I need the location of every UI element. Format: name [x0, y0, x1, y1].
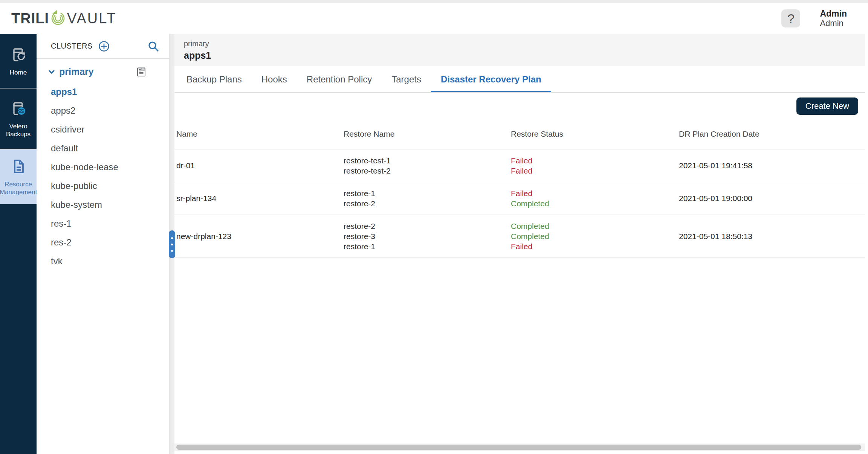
- restore-statuses: FailedCompleted: [511, 188, 679, 209]
- breadcrumb-cluster: primary: [184, 40, 865, 48]
- dr-plan-name: dr-01: [176, 161, 344, 170]
- namespace-item-res-2[interactable]: res-2: [37, 233, 169, 252]
- restore-status: Failed: [511, 188, 679, 198]
- table-row[interactable]: new-drplan-123restore-2restore-3restore-…: [174, 215, 865, 258]
- horizontal-scrollbar-track: [174, 443, 865, 451]
- question-mark-icon: ?: [787, 11, 795, 26]
- breadcrumb: primary apps1: [174, 34, 865, 66]
- left-nav-rail: Home Velero Backups Resourc: [0, 34, 37, 454]
- namespace-item-apps1[interactable]: apps1: [37, 82, 169, 101]
- namespace-list: apps1apps2csidriverdefaultkube-node-leas…: [37, 80, 169, 271]
- main-content: primary apps1 Backup PlansHooksRetention…: [174, 34, 865, 454]
- namespace-item-kube-system[interactable]: kube-system: [37, 195, 169, 214]
- sidebar-item-label: Velero Backups: [0, 122, 37, 138]
- restore-status: Failed: [511, 166, 679, 176]
- user-name: Admin: [820, 9, 847, 18]
- toolbar: Create New: [174, 93, 865, 119]
- creation-date: 2021-05-01 19:41:58: [679, 161, 865, 170]
- logo-circular-arrow-icon: [49, 9, 67, 28]
- tab-bar: Backup PlansHooksRetention PolicyTargets…: [174, 66, 865, 93]
- cluster-details-icon[interactable]: [136, 67, 147, 77]
- clusters-panel-header: CLUSTERS: [37, 34, 169, 59]
- restore-names: restore-1restore-2: [344, 188, 511, 209]
- sidebar-item-velero-backups[interactable]: Velero Backups: [0, 88, 37, 149]
- restore-status: Completed: [511, 198, 679, 209]
- logo-text-trilio: TRILI: [11, 11, 49, 27]
- tab-disaster-recovery-plan[interactable]: Disaster Recovery Plan: [431, 66, 551, 92]
- top-bar: TRILI VAULT ? Admin Admin: [0, 3, 868, 34]
- help-button[interactable]: ?: [781, 9, 800, 27]
- namespace-item-kube-public[interactable]: kube-public: [37, 177, 169, 195]
- restore-name: restore-3: [344, 231, 511, 241]
- restore-statuses: CompletedCompletedFailed: [511, 221, 679, 251]
- panel-resize-handle[interactable]: [169, 230, 175, 258]
- namespace-item-tvk[interactable]: tvk: [37, 252, 169, 271]
- creation-date: 2021-05-01 18:50:13: [679, 232, 865, 241]
- dr-plan-name: sr-plan-134: [176, 194, 344, 203]
- column-header: Restore Status: [511, 129, 679, 139]
- namespace-item-res-1[interactable]: res-1: [37, 214, 169, 233]
- restore-name: restore-1: [344, 188, 511, 198]
- tab-hooks[interactable]: Hooks: [252, 66, 297, 92]
- table-row[interactable]: dr-01restore-test-1restore-test-2FailedF…: [174, 149, 865, 182]
- restore-status: Failed: [511, 155, 679, 166]
- creation-date: 2021-05-01 19:00:00: [679, 194, 865, 203]
- clusters-title: CLUSTERS: [51, 42, 93, 50]
- restore-status: Completed: [511, 221, 679, 231]
- dr-plan-name: new-drplan-123: [176, 232, 344, 241]
- restore-name: restore-2: [344, 221, 511, 231]
- table-row[interactable]: sr-plan-134restore-1restore-2FailedCompl…: [174, 182, 865, 215]
- add-cluster-icon[interactable]: [98, 40, 110, 52]
- horizontal-scrollbar-thumb[interactable]: [176, 445, 861, 450]
- restore-status: Completed: [511, 231, 679, 241]
- namespace-item-apps2[interactable]: apps2: [37, 101, 169, 120]
- table-header: NameRestore NameRestore StatusDR Plan Cr…: [174, 119, 865, 149]
- chevron-down-icon[interactable]: [47, 67, 56, 76]
- clusters-panel: CLUSTERS primary apps1apps2csidriverdefa…: [37, 34, 170, 454]
- sidebar-item-resource-management[interactable]: Resource Management: [0, 149, 37, 204]
- window-top-strip: [0, 0, 868, 3]
- search-icon[interactable]: [147, 40, 159, 52]
- namespace-item-kube-node-lease[interactable]: kube-node-lease: [37, 158, 169, 177]
- restore-names: restore-2restore-3restore-1: [344, 221, 511, 251]
- cluster-name: primary: [59, 66, 94, 77]
- restore-name: restore-test-2: [344, 166, 511, 176]
- tab-targets[interactable]: Targets: [382, 66, 431, 92]
- column-header: Name: [176, 129, 344, 139]
- user-role: Admin: [820, 18, 847, 28]
- home-backup-restore-icon: [9, 46, 28, 65]
- create-new-button[interactable]: Create New: [796, 98, 858, 115]
- breadcrumb-namespace: apps1: [184, 50, 865, 61]
- namespace-item-default[interactable]: default: [37, 139, 169, 158]
- column-header: DR Plan Creation Date: [679, 129, 865, 139]
- restore-name: restore-test-1: [344, 155, 511, 166]
- restore-statuses: FailedFailed: [511, 155, 679, 176]
- column-header: Restore Name: [344, 129, 511, 139]
- cluster-row-primary[interactable]: primary: [37, 59, 169, 80]
- restore-name: restore-2: [344, 198, 511, 209]
- logo-text-vault: VAULT: [67, 11, 117, 27]
- restore-name: restore-1: [344, 241, 511, 251]
- resource-management-icon: [9, 157, 28, 177]
- restore-names: restore-test-1restore-test-2: [344, 155, 511, 176]
- sidebar-item-home[interactable]: Home: [0, 34, 37, 88]
- velero-backups-icon: [9, 99, 28, 119]
- tab-retention-policy[interactable]: Retention Policy: [297, 66, 382, 92]
- user-menu[interactable]: Admin Admin: [820, 9, 847, 28]
- sidebar-item-label: Resource Management: [0, 180, 38, 196]
- restore-status: Failed: [511, 241, 679, 251]
- triliovault-logo: TRILI VAULT: [11, 9, 117, 28]
- tab-backup-plans[interactable]: Backup Plans: [177, 66, 252, 92]
- table-body: dr-01restore-test-1restore-test-2FailedF…: [174, 149, 865, 258]
- namespace-item-csidriver[interactable]: csidriver: [37, 120, 169, 139]
- sidebar-item-label: Home: [9, 69, 28, 76]
